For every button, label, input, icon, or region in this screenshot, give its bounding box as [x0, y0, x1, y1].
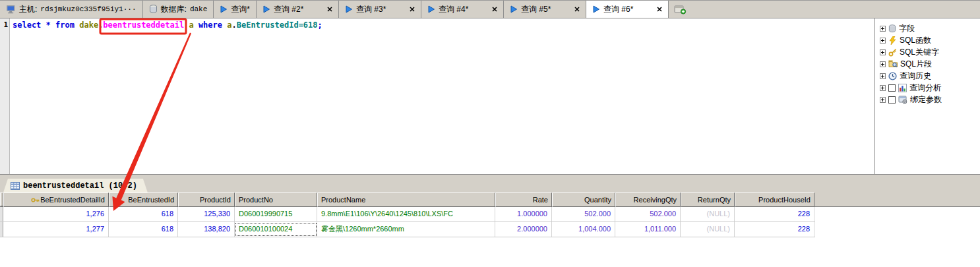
line-number-gutter: 1 [0, 18, 10, 174]
sql-token [51, 20, 55, 30]
tree-item-history[interactable]: 查询历史 [875, 70, 980, 82]
close-tab-button[interactable] [400, 7, 415, 12]
editor-sidebar-tree: 字段SQL函数SQL关键字SQL片段查询历史查询分析绑定参数 [874, 18, 980, 174]
close-tab-button[interactable] [318, 7, 332, 12]
tree-checkbox[interactable] [888, 84, 896, 92]
play-icon [510, 5, 518, 13]
cell-productname[interactable]: 9.8mm\E1\106\Y\2640\1245\810\LXS\FC [317, 207, 495, 222]
column-header-beentrustedid[interactable]: BeEntrustedId [109, 193, 178, 207]
cell-productid[interactable]: 138,820 [178, 222, 235, 237]
results-pane: beentrusteddetail (10×2) BeEntrustedDeta… [0, 177, 980, 237]
cell-productno[interactable]: D060010100024 [235, 222, 317, 237]
cell-productno[interactable]: D060019990715 [235, 207, 317, 222]
tab-label: 查询 #3* [356, 1, 386, 18]
close-tab-button[interactable] [565, 7, 580, 12]
new-query-button[interactable] [669, 1, 692, 18]
params-icon [898, 96, 907, 104]
tab-query-6[interactable]: 查询 #6* [586, 1, 669, 18]
tree-item-field[interactable]: 字段 [875, 22, 980, 34]
sql-token: 618 [303, 20, 318, 30]
cell-beentrustedid[interactable]: 618 [109, 222, 178, 237]
sql-token: from [55, 20, 75, 30]
tree-item-label: 字段 [899, 23, 915, 34]
tree-item-snippet[interactable]: SQL片段 [875, 58, 980, 70]
result-tab-strip: beentrusteddetail (10×2) [0, 177, 980, 193]
tree-item-keyword[interactable]: SQL关键字 [875, 46, 980, 58]
column-header-quantity[interactable]: Quantity [552, 193, 615, 207]
tab-value: rdsjmkuz0c335f95iy1··· [40, 5, 136, 13]
expand-plus-icon[interactable] [880, 26, 886, 32]
column-header-label: BeEntrustedId [128, 196, 174, 204]
cell-rate[interactable]: 2.000000 [495, 222, 552, 237]
play-icon [220, 5, 228, 13]
tree-checkbox[interactable] [888, 96, 896, 104]
tab-query-2[interactable]: 查询 #2* [257, 1, 339, 18]
sql-token: select [13, 20, 41, 30]
cell-quantity[interactable]: 1,004.000 [552, 222, 615, 237]
column-header-beentrusteddetailid[interactable]: BeEntrustedDetailId [3, 193, 109, 207]
close-tab-button[interactable] [483, 7, 497, 12]
play-icon [262, 5, 270, 13]
sql-token: dake [79, 20, 98, 30]
expand-plus-icon[interactable] [880, 38, 886, 44]
cell-returnqty[interactable]: (NULL) [681, 222, 735, 237]
column-header-returnqty[interactable]: ReturnQty [681, 193, 735, 207]
cell-receivingqty[interactable]: 1,011.000 [615, 222, 681, 237]
tab-value: dake [190, 5, 207, 13]
column-header-productno[interactable]: ProductNo [235, 193, 317, 207]
column-header-rate[interactable]: Rate [495, 193, 552, 207]
sql-token: BeEntrustedId [237, 20, 299, 30]
database-icon [149, 5, 158, 14]
result-tab[interactable]: beentrusteddetail (10×2) [3, 179, 148, 193]
tab-database[interactable]: 数据库:dake [143, 1, 214, 18]
column-header-producthouseid[interactable]: ProductHouseId [735, 193, 814, 207]
main-area: 1 select * from dake.beentrusteddetail a… [0, 18, 980, 174]
column-header-label: ProductHouseId [758, 196, 811, 204]
close-tab-button[interactable] [648, 7, 662, 12]
tab-query-5[interactable]: 查询 #5* [504, 1, 586, 18]
cell-producthouseid[interactable]: 228 [735, 207, 814, 222]
cell-receivingqty[interactable]: 502.000 [615, 207, 681, 222]
cell-beentrustedid[interactable]: 618 [109, 207, 178, 222]
column-header-label: ReceivingQty [634, 196, 677, 204]
sql-token: = [299, 20, 303, 30]
cell-productname[interactable]: 雾金黑\1260mm*2660mm [317, 222, 495, 237]
sql-client-window: 主机:rdsjmkuz0c335f95iy1···数据库:dake查询*查询 #… [0, 0, 980, 267]
cell-returnqty[interactable]: (NULL) [681, 207, 735, 222]
tree-item-function[interactable]: SQL函数 [875, 34, 980, 46]
cell-beentrusteddetailid[interactable]: 1,277 [3, 222, 109, 237]
cell-rate[interactable]: 1.000000 [495, 207, 552, 222]
column-header-productname[interactable]: ProductName [317, 193, 495, 207]
table-icon [11, 182, 20, 190]
keyword-icon [888, 48, 897, 57]
table-row: 1,276618125,330D0600199907159.8mm\E1\106… [0, 207, 815, 222]
expand-plus-icon[interactable] [880, 49, 886, 55]
tab-label: 数据库: [161, 1, 187, 18]
sql-editor[interactable]: 1 select * from dake.beentrusteddetail a… [0, 18, 874, 174]
column-header-receivingqty[interactable]: ReceivingQty [615, 193, 681, 207]
expand-plus-icon[interactable] [880, 73, 886, 79]
tab-query-1[interactable]: 查询* [214, 1, 257, 18]
cell-productid[interactable]: 125,330 [178, 207, 235, 222]
cell-beentrusteddetailid[interactable]: 1,276 [3, 207, 109, 222]
tab-query-3[interactable]: 查询 #3* [339, 1, 421, 18]
cell-quantity[interactable]: 502.000 [552, 207, 615, 222]
expand-plus-icon[interactable] [880, 61, 886, 67]
expand-plus-icon[interactable] [880, 85, 886, 91]
column-header-label: ProductId [200, 196, 231, 204]
column-header-label: ProductNo [239, 196, 273, 204]
tab-host[interactable]: 主机:rdsjmkuz0c335f95iy1··· [0, 1, 143, 18]
tree-item-analysis[interactable]: 查询分析 [875, 82, 980, 94]
sql-code-line[interactable]: select * from dake.beentrusteddetail a w… [10, 18, 874, 174]
result-tab-label: beentrusteddetail (10×2) [23, 181, 137, 191]
field-icon [888, 24, 896, 33]
sql-token: a [189, 20, 193, 30]
tab-query-4[interactable]: 查询 #4* [421, 1, 504, 18]
tab-label: 查询* [231, 1, 250, 18]
history-icon [888, 72, 897, 80]
column-header-productid[interactable]: ProductId [178, 193, 235, 207]
cell-producthouseid[interactable]: 228 [735, 222, 814, 237]
tree-item-params[interactable]: 绑定参数 [875, 94, 980, 105]
expand-plus-icon[interactable] [880, 97, 886, 103]
tree-item-label: SQL关键字 [900, 47, 939, 58]
